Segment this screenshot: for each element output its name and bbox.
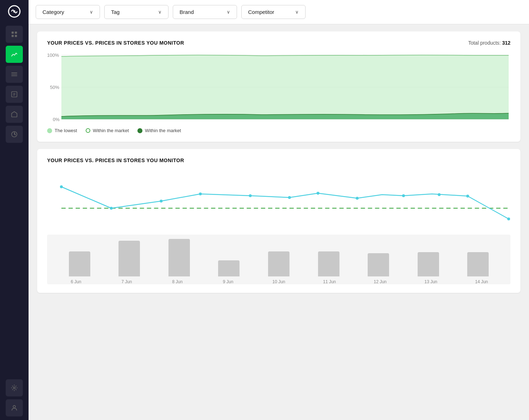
bar-col-7jun: [108, 241, 151, 276]
bar-7jun: [119, 241, 140, 276]
card1-header: YOUR PRICES VS. PRICES IN STORES YOU MON…: [47, 40, 510, 46]
bar-13jun: [418, 252, 439, 276]
svg-point-23: [317, 192, 319, 195]
svg-point-22: [288, 196, 291, 199]
sidebar-item-stores[interactable]: [6, 106, 23, 123]
x-label-12jun: 12 Jun: [355, 279, 405, 284]
filter-bar: Category ∨ Tag ∨ Brand ∨ Competitor ∨: [29, 0, 529, 24]
price-comparison-card-1: YOUR PRICES VS. PRICES IN STORES YOU MON…: [37, 31, 520, 142]
svg-point-8: [14, 387, 15, 389]
bar-10jun: [268, 251, 289, 276]
chart1-legend: The lowest Within the market Within the …: [47, 128, 510, 133]
price-comparison-card-2: YOUR PRICES VS. PRICES IN STORES YOU MON…: [37, 149, 520, 293]
x-label-7jun: 7 Jun: [101, 279, 152, 284]
bar-col-8jun: [157, 239, 201, 276]
legend-within-market-2-label: Within the market: [145, 128, 181, 133]
tag-dropdown[interactable]: Tag ∨: [104, 5, 168, 19]
x-label-6jun: 6 Jun: [51, 279, 101, 284]
competitor-dropdown[interactable]: Competitor ∨: [241, 5, 306, 19]
bar-col-14jun: [457, 252, 500, 276]
svg-point-9: [13, 405, 16, 408]
svg-point-24: [356, 197, 359, 200]
svg-rect-5: [15, 35, 17, 37]
legend-dot-within-2: [137, 128, 142, 133]
x-axis: 6 Jun 7 Jun 8 Jun 9 Jun 10 Jun 11 Jun 12…: [51, 279, 507, 284]
competitor-chevron-icon: ∨: [295, 9, 299, 15]
bar-8jun: [168, 239, 190, 276]
sidebar-item-dashboard[interactable]: [6, 26, 23, 43]
category-dropdown[interactable]: Category ∨: [36, 5, 100, 19]
sidebar-item-profile[interactable]: [6, 399, 23, 416]
sidebar-item-competitors[interactable]: [6, 126, 23, 143]
x-label-13jun: 13 Jun: [405, 279, 456, 284]
bar-col-13jun: [407, 252, 450, 276]
tag-label: Tag: [111, 9, 120, 15]
bar-14jun: [467, 252, 489, 276]
bar-chart: 6 Jun 7 Jun 8 Jun 9 Jun 10 Jun 11 Jun 12…: [47, 235, 510, 284]
svg-point-20: [199, 192, 202, 195]
svg-rect-3: [15, 32, 17, 34]
bar-col-11jun: [307, 251, 351, 276]
sidebar-item-analytics[interactable]: [6, 46, 23, 63]
logo: [6, 4, 22, 19]
svg-rect-4: [12, 35, 14, 37]
card2-header: YOUR PRICES VS. PRICES IN STORES YOU MON…: [47, 158, 510, 163]
legend-lowest-label: The lowest: [55, 128, 77, 133]
legend-within-market-1-label: Within the market: [93, 128, 129, 133]
main-content: Category ∨ Tag ∨ Brand ∨ Competitor ∨ YO…: [29, 0, 529, 420]
legend-dot-lowest: [47, 128, 52, 133]
sidebar-item-tags[interactable]: [6, 66, 23, 83]
competitor-label: Competitor: [248, 9, 274, 15]
svg-point-1: [13, 10, 15, 12]
tag-chevron-icon: ∨: [158, 9, 162, 15]
x-label-8jun: 8 Jun: [152, 279, 203, 284]
x-label-10jun: 10 Jun: [253, 279, 304, 284]
total-products-label: Total products: 312: [468, 40, 510, 46]
card1-title: YOUR PRICES VS. PRICES IN STORES YOU MON…: [47, 40, 184, 46]
bar-col-6jun: [58, 251, 101, 276]
sidebar: [0, 0, 29, 420]
bar-col-10jun: [257, 251, 301, 276]
brand-dropdown[interactable]: Brand ∨: [173, 5, 237, 19]
x-label-9jun: 9 Jun: [203, 279, 253, 284]
bar-col-9jun: [207, 260, 251, 276]
category-chevron-icon: ∨: [90, 9, 93, 15]
content-area: YOUR PRICES VS. PRICES IN STORES YOU MON…: [29, 24, 529, 420]
svg-point-19: [160, 200, 163, 202]
bar-12jun: [368, 253, 389, 276]
sidebar-item-settings[interactable]: [6, 379, 23, 396]
bar-6jun: [69, 251, 90, 276]
svg-text:50%: 50%: [50, 85, 59, 90]
x-label-11jun: 11 Jun: [304, 279, 355, 284]
x-label-14jun: 14 Jun: [456, 279, 507, 284]
legend-lowest: The lowest: [47, 128, 77, 133]
card2-title: YOUR PRICES VS. PRICES IN STORES YOU MON…: [47, 158, 184, 163]
legend-dot-within-1: [86, 128, 90, 133]
bar-11jun: [318, 251, 339, 276]
total-products-value: 312: [502, 40, 510, 46]
brand-label: Brand: [180, 9, 194, 15]
bar-9jun: [218, 260, 240, 276]
legend-within-market-2: Within the market: [137, 128, 181, 133]
brand-chevron-icon: ∨: [227, 9, 230, 15]
svg-point-25: [402, 194, 405, 197]
svg-point-28: [507, 218, 510, 220]
legend-within-market-1: Within the market: [86, 128, 129, 133]
svg-point-21: [249, 194, 252, 197]
bar-col-12jun: [357, 253, 400, 276]
svg-rect-2: [12, 32, 14, 34]
line-chart: [47, 169, 510, 233]
svg-text:100%: 100%: [47, 52, 59, 58]
svg-point-17: [60, 185, 63, 188]
svg-point-27: [466, 195, 469, 198]
svg-point-26: [438, 193, 440, 196]
svg-text:0%: 0%: [53, 117, 60, 122]
bars-container: [51, 239, 507, 276]
svg-point-18: [110, 207, 113, 210]
area-chart: 100% 50% 0%: [47, 51, 510, 123]
category-label: Category: [42, 9, 64, 15]
sidebar-item-products[interactable]: [6, 86, 23, 103]
